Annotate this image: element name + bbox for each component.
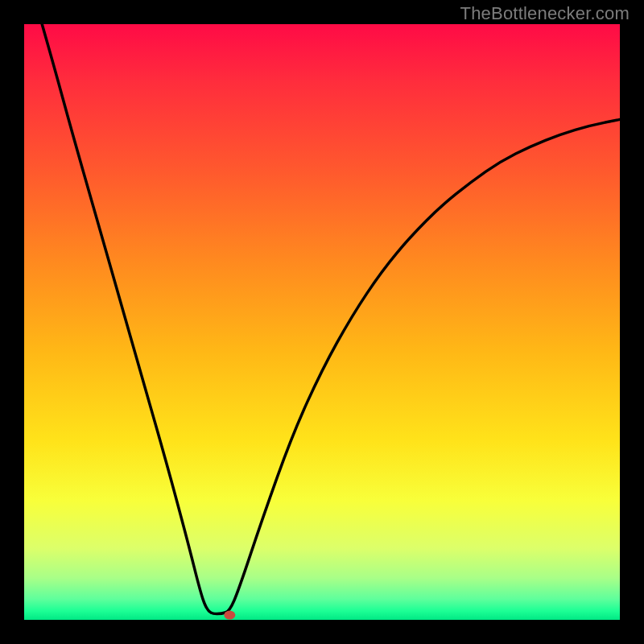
- plot-area: [24, 24, 620, 620]
- optimal-marker: [224, 611, 235, 620]
- chart-svg: [0, 0, 644, 644]
- chart-frame: TheBottlenecker.com: [0, 0, 644, 644]
